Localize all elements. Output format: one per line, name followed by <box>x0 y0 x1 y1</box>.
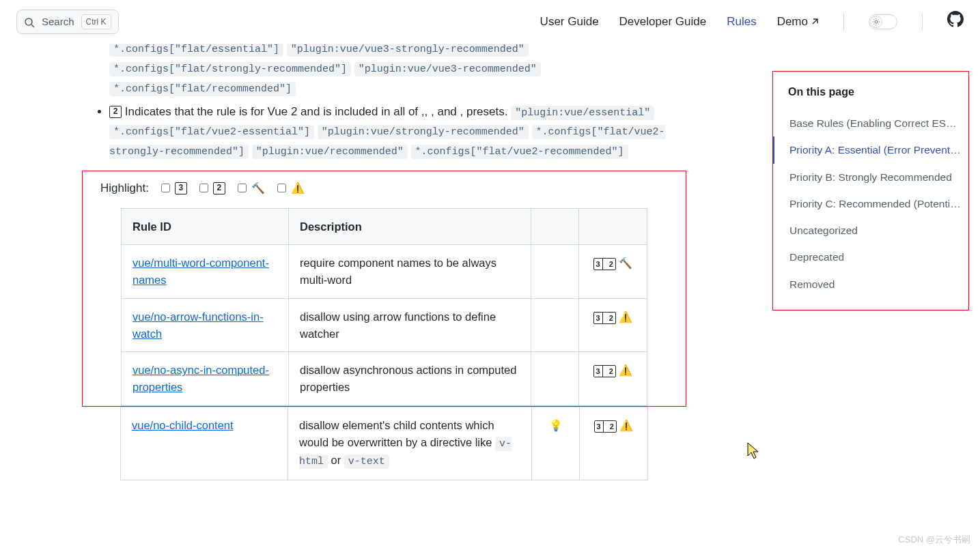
table-row: vue/no-async-in-computed-propertiesdisal… <box>122 352 647 406</box>
toc-item[interactable]: Removed <box>773 271 962 298</box>
filter-suggestion[interactable]: ⚠️ <box>275 180 305 197</box>
nav-developer-guide[interactable]: Developer Guide <box>619 13 707 31</box>
svg-line-1 <box>31 25 34 27</box>
rule-description: disallow asynchronous actions in compute… <box>289 352 531 406</box>
table-row: vue/no-arrow-functions-in-watchdisallow … <box>122 298 647 352</box>
code-chip: v-html <box>299 437 512 469</box>
vue2-glyph: 2 <box>109 106 122 118</box>
theme-toggle-knob <box>870 16 882 28</box>
search-box[interactable]: Search Ctrl K <box>16 10 119 35</box>
vue3-vue2-badge: 32 <box>593 365 616 377</box>
filter-fixable-checkbox[interactable] <box>238 184 247 192</box>
rule-description: disallow element's child contents which … <box>288 407 532 480</box>
rule-link[interactable]: vue/no-child-content <box>132 419 234 431</box>
filter-and-table-region: Highlight: 3 2 🔨 ⚠️ Rule ID Description … <box>82 171 686 407</box>
code-chip: v-text <box>344 454 389 469</box>
vue3-vue2-badge: 32 <box>593 258 616 270</box>
warning-icon: ⚠️ <box>291 180 305 197</box>
rule-suggestion-cell <box>531 298 579 352</box>
rule-badges-cell: 32 🔨 <box>579 245 647 299</box>
on-this-page-toc: On this page Base Rules (Enabling Correc… <box>772 71 969 310</box>
rule-suggestion-cell <box>531 245 579 299</box>
code-chip: "plugin:vue/vue3-recommended" <box>354 62 541 76</box>
rule-link[interactable]: vue/multi-word-component-names <box>132 257 269 286</box>
toc-title: On this page <box>788 84 962 100</box>
rule-badges-cell: 32 ⚠️ <box>579 298 647 352</box>
vue3-vue2-badge: 32 <box>594 420 617 433</box>
code-chip: *.configs["flat/recommended"] <box>109 82 296 96</box>
toc-item[interactable]: Priority C: Recommended (Potentially Dan… <box>773 190 962 217</box>
code-chip: *.configs["flat/essential"] <box>109 44 283 57</box>
table-row: vue/multi-word-component-namesrequire co… <box>122 245 647 299</box>
code-chip: *.configs["flat/vue2-essential"] <box>109 125 314 139</box>
filter-suggestion-checkbox[interactable] <box>277 184 286 192</box>
rule-link[interactable]: vue/no-async-in-computed-properties <box>132 364 269 393</box>
code-chip: "plugin:vue/recommended" <box>252 145 408 159</box>
nav-divider <box>843 14 844 30</box>
vue2-glyph-icon: 2 <box>213 182 225 194</box>
th-description: Description <box>289 208 531 245</box>
code-chip: "plugin:vue/strongly-recommended" <box>318 125 529 139</box>
toc-item[interactable]: Base Rules (Enabling Correct ESLint Pars… <box>773 110 962 136</box>
hammer-icon: 🔨 <box>251 180 265 197</box>
highlight-filter-row: Highlight: 3 2 🔨 ⚠️ <box>83 171 686 201</box>
rule-suggestion-cell: 💡 <box>532 407 580 480</box>
code-chip: *.configs["flat/strongly-recommended"] <box>109 62 351 76</box>
th-col4 <box>579 208 647 245</box>
filter-fixable[interactable]: 🔨 <box>235 180 265 197</box>
rule-badges-cell: 32 ⚠️ <box>579 352 647 406</box>
rule-badges-cell: 32 ⚠️ <box>580 407 648 480</box>
highlight-label: Highlight: <box>100 179 149 197</box>
nav-user-guide[interactable]: User Guide <box>540 13 599 31</box>
nav-divider-2 <box>922 14 923 30</box>
note-vue2-text: Indicates that the rule is for Vue 2 and… <box>125 105 511 118</box>
top-nav: User Guide Developer Guide Rules Demo <box>540 11 964 33</box>
external-link-icon <box>811 18 819 26</box>
code-chip: *.configs["flat/vue2-recommended"] <box>411 145 628 159</box>
toc-item[interactable]: Uncategorized <box>773 217 962 244</box>
mouse-cursor-icon <box>747 442 761 460</box>
rule-suggestion-cell <box>531 352 579 406</box>
search-icon <box>24 16 35 27</box>
rule-link[interactable]: vue/no-arrow-functions-in-watch <box>132 310 264 340</box>
vue3-vue2-badge: 32 <box>593 312 616 324</box>
filter-vue3[interactable]: 3 <box>158 182 187 194</box>
table-row: vue/no-child-contentdisallow element's c… <box>121 407 648 480</box>
watermark: CSDN @云兮书嗣 <box>898 533 970 547</box>
vue3-glyph-icon: 3 <box>175 182 187 194</box>
theme-toggle[interactable] <box>869 14 897 29</box>
warning-icon: ⚠️ <box>619 420 633 431</box>
preset-notes-list: 3 Indicates that the rule is for Vue 3 a… <box>82 44 686 161</box>
main-content: 3 Indicates that the rule is for Vue 3 a… <box>0 44 734 550</box>
th-rule-id: Rule ID <box>122 208 289 245</box>
nav-rules[interactable]: Rules <box>727 13 756 31</box>
rule-description: require component names to be always mul… <box>289 245 531 299</box>
search-kbd: Ctrl K <box>81 14 111 29</box>
rules-table-overflow: vue/no-child-contentdisallow element's c… <box>120 407 648 480</box>
warning-icon: ⚠️ <box>619 311 632 323</box>
app-header: Search Ctrl K User Guide Developer Guide… <box>0 0 980 44</box>
github-link[interactable] <box>947 11 964 33</box>
toc-item[interactable]: Priority B: Strongly Recommended <box>773 164 962 190</box>
nav-demo[interactable]: Demo <box>777 13 819 31</box>
rule-description: disallow using arrow functions to define… <box>289 298 531 352</box>
warning-icon: ⚠️ <box>619 364 632 376</box>
bulb-icon: 💡 <box>549 420 563 431</box>
note-vue3: 3 Indicates that the rule is for Vue 3 a… <box>109 44 686 98</box>
search-placeholder: Search <box>42 14 74 30</box>
code-chip: "plugin:vue/essential" <box>511 106 654 120</box>
th-col3 <box>531 208 579 245</box>
sun-icon <box>872 18 880 26</box>
toc-item[interactable]: Deprecated <box>773 244 962 270</box>
toc-item[interactable]: Priority A: Essential (Error Prevention) <box>773 136 962 163</box>
filter-vue3-checkbox[interactable] <box>161 184 170 192</box>
filter-vue2-checkbox[interactable] <box>199 184 208 192</box>
svg-point-0 <box>25 18 32 25</box>
note-vue2: 2 Indicates that the rule is for Vue 2 a… <box>109 102 686 162</box>
code-chip: "plugin:vue/vue3-strongly-recommended" <box>287 44 529 57</box>
nav-demo-label: Demo <box>777 13 808 31</box>
svg-point-2 <box>875 20 878 23</box>
filter-vue2[interactable]: 2 <box>197 182 225 194</box>
github-icon <box>947 11 964 27</box>
hammer-icon: 🔨 <box>619 257 632 269</box>
